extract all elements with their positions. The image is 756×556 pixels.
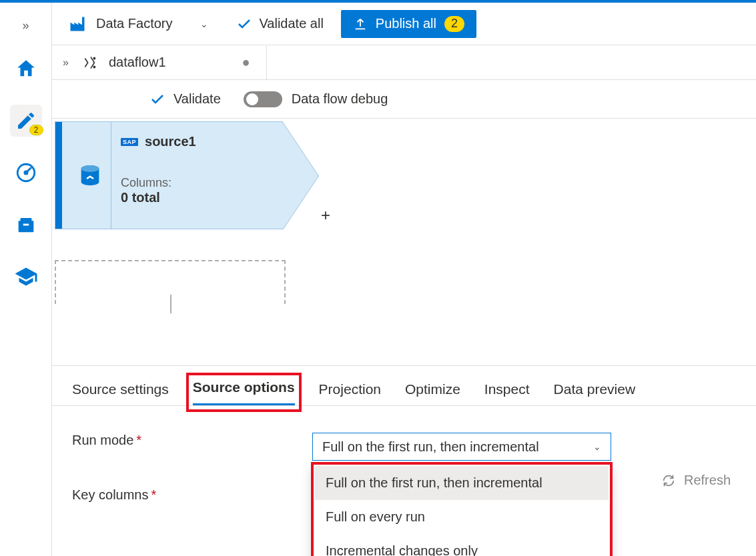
tab-data-preview[interactable]: Data preview [554,381,636,405]
gauge-icon [15,161,37,184]
source-options-form: Run mode* Full on the first run, then in… [52,406,756,556]
publish-count-badge: 2 [444,16,464,32]
debug-label: Data flow debug [292,91,388,107]
refresh-label: Refresh [684,473,731,488]
dataflow-toolbar: Validate Data flow debug [52,80,756,119]
file-tab-label: dataflow1 [109,55,166,70]
svg-point-3 [93,57,95,59]
nav-home[interactable] [10,53,42,85]
run-mode-value: Full on the first run, then incremental [322,439,539,455]
source-node[interactable]: SAP source1 Columns: 0 total + [55,121,283,229]
source-node-title: source1 [145,134,196,149]
tab-scroll-icon[interactable]: » [63,57,69,69]
dataflow-icon [82,54,99,71]
run-mode-label: Run mode* [72,433,312,448]
add-transform-button[interactable]: + [321,206,330,225]
svg-point-4 [93,66,95,67]
checkmark-icon [149,91,165,107]
validate-all-button[interactable]: Validate all [236,16,323,32]
toolbox-icon [15,213,37,236]
node-accent-bar [55,122,62,229]
unsaved-indicator-icon: ● [242,55,250,70]
factory-icon [68,15,87,33]
required-indicator: * [136,433,141,447]
drop-zone[interactable] [55,260,286,304]
chevron-down-icon: ⌄ [200,19,208,29]
svg-rect-2 [23,224,29,226]
factory-label: Data Factory [96,16,172,31]
nav-author[interactable]: 2 [10,105,42,137]
run-mode-option-0[interactable]: Full on the first run, then incremental [315,466,609,500]
key-columns-label: Key columns* [72,487,312,503]
nav-monitor[interactable] [10,157,42,189]
top-toolbar: Data Factory ⌄ Validate all Publish all … [52,3,756,45]
svg-point-1 [24,171,27,174]
validate-all-label: Validate all [259,16,323,31]
factory-selector[interactable]: Data Factory ⌄ [68,15,208,33]
property-tabs: Source settings Source options Projectio… [52,366,756,406]
tab-projection[interactable]: Projection [319,381,381,405]
tab-inspect[interactable]: Inspect [484,381,530,405]
nav-manage[interactable] [10,209,42,241]
required-indicator: * [151,487,157,502]
run-mode-option-2[interactable]: Incremental changes only [315,534,609,556]
run-mode-option-1[interactable]: Full on every run [315,500,609,534]
file-tab-dataflow1[interactable]: dataflow1 ● [78,45,267,79]
file-tab-strip: » dataflow1 ● [52,45,756,80]
publish-label: Publish all [376,16,436,31]
run-mode-options-menu: Full on the first run, then incremental … [311,462,613,556]
nav-learn[interactable] [10,261,42,293]
tab-source-options[interactable]: Source options [193,379,295,405]
checkmark-icon [236,16,252,32]
tab-optimize[interactable]: Optimize [405,381,460,405]
dataflow-canvas[interactable]: SAP source1 Columns: 0 total + [52,119,756,366]
refresh-icon [661,473,676,488]
sap-badge-icon: SAP [121,138,138,146]
columns-label: Columns: [121,176,196,190]
validate-label: Validate [173,91,221,107]
left-nav: » 2 [0,3,52,556]
refresh-button[interactable]: Refresh [661,473,731,488]
graduation-cap-icon [14,265,38,289]
upload-icon [353,17,368,31]
run-mode-dropdown[interactable]: Full on the first run, then incremental … [312,433,611,461]
expand-nav-icon[interactable]: » [22,19,29,33]
validate-button[interactable]: Validate [149,91,221,107]
database-icon [77,162,103,189]
publish-all-button[interactable]: Publish all 2 [341,10,476,38]
debug-toggle[interactable] [244,91,282,107]
chevron-down-icon: ⌄ [593,441,601,452]
tab-source-settings[interactable]: Source settings [72,381,169,405]
columns-value: 0 total [121,190,196,205]
author-badge: 2 [29,125,43,135]
home-icon [15,57,37,80]
svg-point-6 [81,165,99,172]
